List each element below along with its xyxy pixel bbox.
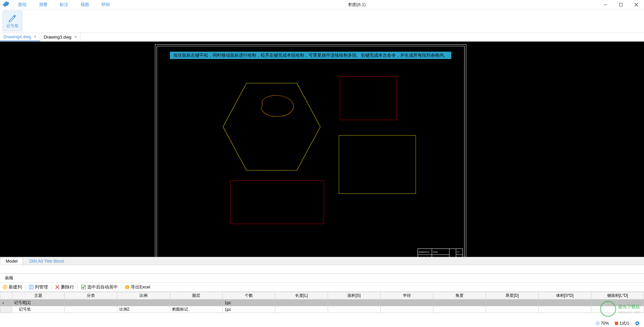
marker-stroke (258, 93, 298, 120)
delete-row-button[interactable]: 删除行 (55, 284, 74, 290)
marker-pen-label: 记号笔 (6, 23, 18, 29)
file-tab-drawing3[interactable]: Drawing3.dwg ✕ (40, 33, 80, 41)
export-icon (125, 285, 129, 289)
col-topic[interactable]: 主题 (12, 292, 64, 299)
svg-rect-1 (620, 3, 623, 6)
menu-help[interactable]: 帮助 (95, 0, 116, 9)
file-tab-drawing4[interactable]: Drawing4.dwg ✕ (0, 33, 40, 41)
main-menu: 图纸 测量 标注 视图 帮助 (12, 0, 116, 9)
tab-layout[interactable]: DIN A0 Title Block (24, 258, 69, 265)
sheet-indicator[interactable]: 1式/1 (613, 321, 631, 326)
ribbon: 记号笔 (0, 9, 644, 33)
col-thickness[interactable]: 厚度[D] (486, 292, 538, 299)
marker-pen-icon (8, 13, 17, 22)
svg-rect-13 (82, 285, 86, 289)
columns-icon (29, 285, 34, 289)
collapse-icon[interactable]: ▾ (2, 301, 4, 305)
col-category[interactable]: 分类 (64, 292, 117, 299)
col-radius[interactable]: 半径 (380, 292, 433, 299)
menu-annotate[interactable]: 标注 (54, 0, 74, 9)
settings-icon[interactable] (633, 321, 641, 326)
col-area[interactable]: 面积[S] (328, 292, 380, 299)
menu-measure[interactable]: 测量 (33, 0, 54, 9)
export-excel-button[interactable]: 导出Excel (125, 284, 150, 290)
menu-view[interactable]: 视图 (74, 0, 95, 9)
grid-group-row[interactable]: ▾ 记号笔[1] 1pc (0, 299, 644, 306)
col-angle[interactable]: 角度 (433, 292, 486, 299)
marker-pen-button[interactable]: 记号笔 (3, 11, 22, 31)
col-layer[interactable]: 图层 (170, 292, 222, 299)
drawing-frame-inner: 按住鼠标左键不松，同时移动鼠标进行绘制，松开左键完成本段绘制，可重复操作连续绘制… (157, 46, 465, 265)
red-rectangle-top (340, 76, 397, 120)
yellow-rectangle (339, 135, 416, 194)
status-bar: 70% 1式/1 (594, 320, 644, 327)
col-length[interactable]: 长度[L] (275, 292, 328, 299)
svg-point-19 (637, 323, 638, 324)
titlebar: 图纸 测量 标注 视图 帮助 豹图(6.1) (0, 0, 644, 9)
file-tab-label: Drawing4.dwg (3, 34, 31, 39)
col-volume[interactable]: 体积[S*D] (538, 292, 591, 299)
window-title: 豹图(6.1) (116, 2, 598, 8)
maximize-button[interactable] (613, 0, 629, 9)
red-rectangle-bottom (230, 180, 324, 224)
hint-banner: 按住鼠标左键不松，同时移动鼠标进行绘制，松开左键完成本段绘制，可重复操作连续绘制… (170, 52, 451, 59)
svg-rect-17 (615, 322, 618, 325)
table-panel: 表格 新建列 列管理 删除行 选中后自动居中 导出Excel 主题 (0, 273, 644, 327)
sheet-icon (614, 321, 619, 326)
table-toolbar: 新建列 列管理 删除行 选中后自动居中 导出Excel (0, 283, 644, 292)
data-grid[interactable]: 主题 分类 比例 图层 个数 长度[L] 面积[S] 半径 角度 厚度[D] 体… (0, 292, 644, 313)
drawing-frame-outer: 按住鼠标左键不松，同时移动鼠标进行绘制，松开左键完成本段绘制，可重复操作连续绘制… (155, 44, 466, 265)
table-panel-title: 表格 (0, 274, 644, 283)
new-column-button[interactable]: 新建列 (3, 284, 22, 290)
tab-model[interactable]: Model (0, 257, 23, 265)
svg-point-16 (597, 323, 598, 324)
layout-tabs: Model DIN A0 Title Block (0, 257, 644, 265)
col-ratio[interactable]: 比例 (117, 292, 170, 299)
svg-rect-8 (29, 285, 33, 289)
col-count[interactable]: 个数 (222, 292, 275, 299)
grid-header-row: 主题 分类 比例 图层 个数 长度[L] 面积[S] 半径 角度 厚度[D] 体… (0, 292, 644, 299)
col-sidearea[interactable]: 侧面积[L*D] (591, 292, 644, 299)
checkbox-checked-icon (81, 285, 86, 289)
close-icon[interactable]: ✕ (74, 35, 77, 39)
plus-icon (3, 285, 7, 289)
delete-icon (55, 285, 60, 289)
drawing-canvas[interactable]: 按住鼠标左键不松，同时移动鼠标进行绘制，松开左键完成本段绘制，可重复操作连续绘制… (0, 42, 644, 265)
app-logo-icon (2, 1, 10, 9)
file-tab-label: Drawing3.dwg (44, 35, 71, 40)
close-button[interactable] (629, 0, 644, 9)
manage-columns-button[interactable]: 列管理 (29, 284, 48, 290)
file-tabs: Drawing4.dwg ✕ Drawing3.dwg ✕ (0, 33, 644, 42)
zoom-indicator[interactable]: 70% (594, 321, 610, 326)
minimize-button[interactable] (598, 0, 613, 9)
close-icon[interactable]: ✕ (34, 35, 37, 39)
menu-drawing[interactable]: 图纸 (12, 0, 33, 9)
grid-data-row[interactable]: 记号笔 比例2 豹图标记 1pc (0, 306, 644, 313)
auto-center-checkbox[interactable]: 选中后自动居中 (81, 284, 118, 290)
target-icon (595, 321, 600, 326)
